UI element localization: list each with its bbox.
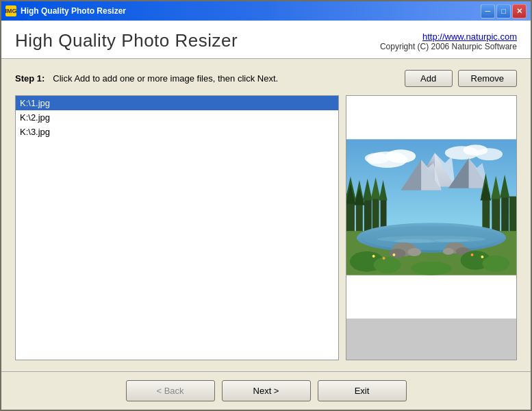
back-button[interactable]: < Back [126,380,215,401]
svg-point-38 [435,239,469,242]
exit-button[interactable]: Exit [318,380,407,401]
window-controls: ─ □ ✕ [481,4,527,18]
website-link[interactable]: http://www.naturpic.com [380,32,517,42]
svg-point-53 [471,253,474,256]
svg-point-52 [392,253,395,256]
svg-point-50 [372,255,375,258]
list-item[interactable]: K:\2.jpg [16,110,338,125]
main-window: IMG High Quality Photo Resizer ─ □ ✕ htt… [0,0,532,411]
svg-point-46 [374,257,401,273]
close-button[interactable]: ✕ [512,4,527,18]
window-title: High Quality Photo Resizer [21,6,481,16]
preview-panel [346,95,517,360]
svg-point-54 [481,256,483,258]
svg-point-37 [394,239,435,243]
svg-point-2 [386,149,416,163]
svg-point-3 [365,153,390,164]
bottom-bar: < Back Next > Exit [1,371,531,410]
preview-footer [346,319,516,360]
svg-point-44 [443,248,454,255]
title-bar: IMG High Quality Photo Resizer ─ □ ✕ [1,1,531,21]
preview-image [346,96,516,319]
add-button[interactable]: Add [405,70,453,87]
svg-rect-19 [364,197,372,235]
step-label: Step 1: [15,73,45,84]
svg-point-41 [407,248,421,256]
copyright-text: Copyright (C) 2006 Naturpic Software [380,42,517,51]
list-item[interactable]: K:\3.jpg [16,125,338,139]
list-item[interactable]: K:\1.jpg [16,96,338,110]
minimize-button[interactable]: ─ [481,4,495,18]
step-instruction: Click Add to add one or more image files… [53,73,396,84]
svg-point-40 [389,249,405,258]
app-icon: IMG [5,5,16,16]
files-preview-row: K:\1.jpg K:\2.jpg K:\3.jpg [15,95,517,360]
main-content: Step 1: Click Add to add one or more ima… [1,59,531,371]
step-buttons: Add Remove [405,70,517,87]
remove-button[interactable]: Remove [458,70,517,87]
svg-point-49 [411,262,452,275]
file-list[interactable]: K:\1.jpg K:\2.jpg K:\3.jpg [15,95,339,360]
header-section: http://www.naturpic.com Copyright (C) 20… [1,21,531,59]
step-row: Step 1: Click Add to add one or more ima… [15,70,517,87]
header-right: http://www.naturpic.com Copyright (C) 20… [380,32,517,51]
svg-rect-28 [492,195,500,235]
svg-point-6 [475,148,503,160]
next-button[interactable]: Next > [222,380,311,401]
svg-point-51 [383,257,385,260]
svg-rect-30 [501,194,509,235]
maximize-button[interactable]: □ [496,4,511,18]
svg-rect-32 [509,197,516,235]
svg-point-48 [482,256,509,272]
preview-image-area [346,96,516,319]
